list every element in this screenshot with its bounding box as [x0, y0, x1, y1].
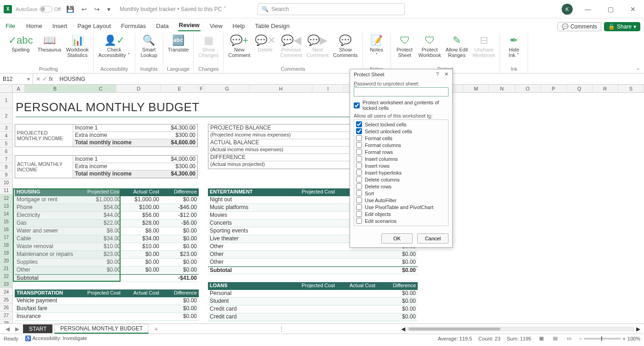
row-header-17[interactable]: 17 [0, 233, 12, 241]
perm-checkbox[interactable] [356, 149, 362, 155]
row-header-1[interactable]: 1 [0, 93, 12, 108]
allow-edit-ranges-button[interactable]: ✎Allow EditRanges [444, 33, 470, 66]
check-accessibility-˅-button[interactable]: 👤✓CheckAccessibility ˅ [97, 33, 132, 66]
page-break-view-icon[interactable]: ▭ [565, 335, 573, 341]
new-comment-button[interactable]: 💬+NewComment [226, 33, 252, 66]
share-button[interactable]: 🔓 Share ▾ [604, 22, 640, 31]
sheet-tab-active[interactable]: PERSONAL MONTHLY BUDGET [54, 324, 149, 334]
perm-checkbox[interactable] [356, 156, 362, 162]
perm-edit-scenarios[interactable]: Edit scenarios [356, 217, 446, 224]
name-box[interactable]: B12 ▾ [0, 74, 33, 84]
ok-button[interactable]: OK [381, 233, 413, 244]
row-header-28[interactable]: 28 [0, 319, 12, 323]
collapse-ribbon-icon[interactable]: ⌄ [636, 65, 640, 71]
col-header-G[interactable]: G [205, 85, 250, 92]
perm-checkbox[interactable] [356, 218, 362, 224]
translate-button[interactable]: 🔤Translate [166, 33, 190, 66]
page-layout-view-icon[interactable]: ▤ [552, 335, 559, 341]
zoom-slider[interactable] [584, 338, 621, 340]
perm-checkbox[interactable] [356, 142, 362, 148]
row-header-18[interactable]: 18 [0, 241, 12, 249]
formula-input[interactable]: HOUSING [56, 76, 89, 82]
perm-checkbox[interactable] [356, 211, 362, 217]
col-header-R[interactable]: R [592, 85, 618, 92]
protect-sheet-button[interactable]: 🛡ProtectSheet [394, 33, 416, 66]
col-header-C[interactable]: C [86, 85, 117, 92]
perm-select-unlocked-cells[interactable]: Select unlocked cells [356, 128, 446, 135]
qat-dropdown-icon[interactable]: ▾ [105, 5, 112, 14]
sheet-tab-options-icon[interactable]: ⋮ [279, 326, 284, 332]
zoom-level[interactable]: 100% [627, 336, 640, 341]
cancel-button[interactable]: Cancel [417, 233, 448, 244]
tab-formulas[interactable]: Formulas [120, 21, 147, 31]
row-header-16[interactable]: 16 [0, 226, 12, 233]
perm-checkbox[interactable] [356, 163, 362, 169]
row-header-22[interactable]: 22 [0, 272, 12, 280]
show-comments-button[interactable]: 💬ShowComments [331, 33, 359, 66]
row-header-20[interactable]: 20 [0, 257, 12, 265]
scroll-left-icon[interactable]: ◀ [401, 326, 405, 332]
tab-table-design[interactable]: Table Design [254, 21, 290, 31]
perm-checkbox[interactable] [356, 197, 362, 203]
perm-delete-rows[interactable]: Delete rows [356, 183, 446, 190]
perm-insert-rows[interactable]: Insert rows [356, 162, 446, 169]
col-header-A[interactable]: A [12, 85, 25, 92]
accessibility-status[interactable]: ♿ Accessibility: Investigate [25, 335, 87, 341]
spelling-button[interactable]: ✓abcSpelling [6, 33, 34, 66]
row-header-8[interactable]: 8 [0, 163, 12, 171]
thesaurus-button[interactable]: 📖Thesaurus [35, 33, 63, 66]
tab-view[interactable]: View [209, 21, 224, 31]
row-header-24[interactable]: 24 [0, 288, 12, 296]
row-header-9[interactable]: 9 [0, 171, 12, 179]
tab-file[interactable]: File [4, 21, 17, 31]
col-header-M[interactable]: M [463, 85, 489, 92]
row-header-6[interactable]: 6 [0, 147, 12, 155]
sheet-nav-prev-icon[interactable]: ◀ [4, 326, 12, 332]
row-header-15[interactable]: 15 [0, 218, 12, 226]
row-header-14[interactable]: 14 [0, 210, 12, 218]
sheet-tab-start[interactable]: START [23, 324, 52, 333]
toggle-icon[interactable] [40, 6, 52, 12]
scroll-right-icon[interactable]: ▶ [636, 326, 640, 332]
select-all-cell[interactable] [0, 85, 12, 92]
smart-lookup-button[interactable]: 🔍SmartLookup [138, 33, 160, 66]
maximize-icon[interactable]: ▢ [603, 4, 618, 15]
tab-insert[interactable]: Insert [52, 21, 69, 31]
perm-checkbox[interactable] [356, 128, 362, 134]
document-name[interactable]: Monthly budget tracker • Saved to this P… [120, 6, 226, 12]
comments-button[interactable]: 💬 Comments [558, 22, 601, 31]
tab-home[interactable]: Home [25, 21, 43, 31]
dialog-titlebar[interactable]: Protect Sheet ? ✕ [350, 69, 452, 79]
row-header-11[interactable]: 11 [0, 187, 12, 194]
perm-select-locked-cells[interactable]: Select locked cells [356, 121, 446, 128]
spreadsheet-grid[interactable]: 1234567891011121314151617181920212223242… [0, 93, 644, 323]
perm-checkbox[interactable] [356, 135, 362, 141]
perm-sort[interactable]: Sort [356, 190, 446, 197]
accept-formula-icon[interactable]: ✓ [42, 76, 47, 82]
row-header-3[interactable]: 3 [0, 124, 12, 132]
col-header-N[interactable]: N [489, 85, 515, 92]
perm-checkbox[interactable] [356, 176, 362, 182]
col-header-F[interactable]: F [198, 85, 205, 92]
close-icon[interactable]: ✕ [626, 4, 640, 15]
col-header-E[interactable]: E [161, 85, 198, 92]
notes-˅-button[interactable]: 📝Notes˅ [366, 33, 388, 66]
row-header-13[interactable]: 13 [0, 202, 12, 210]
save-icon[interactable]: 💾 [64, 5, 76, 14]
zoom-control[interactable]: − + 100% [579, 336, 640, 341]
perm-insert-hyperlinks[interactable]: Insert hyperlinks [356, 169, 446, 176]
perm-checkbox[interactable] [356, 190, 362, 196]
zoom-out-icon[interactable]: − [579, 336, 582, 341]
perm-format-columns[interactable]: Format columns [356, 142, 446, 148]
row-header-21[interactable]: 21 [0, 265, 12, 272]
perm-format-rows[interactable]: Format rows [356, 148, 446, 155]
perm-edit-objects[interactable]: Edit objects [356, 210, 446, 217]
search-input[interactable]: 🔍 Search [258, 3, 405, 15]
cells-area[interactable]: PERSONAL MONTHLY BUDGET PROJECTED MONTHL… [13, 93, 644, 323]
dialog-close-icon[interactable]: ✕ [444, 71, 448, 77]
row-header-12[interactable]: 12 [0, 194, 12, 202]
sheet-nav-next-icon[interactable]: ▶ [13, 326, 21, 332]
undo-icon[interactable]: ↩ [80, 5, 89, 14]
password-input[interactable] [354, 87, 448, 96]
row-header-19[interactable]: 19 [0, 249, 12, 257]
